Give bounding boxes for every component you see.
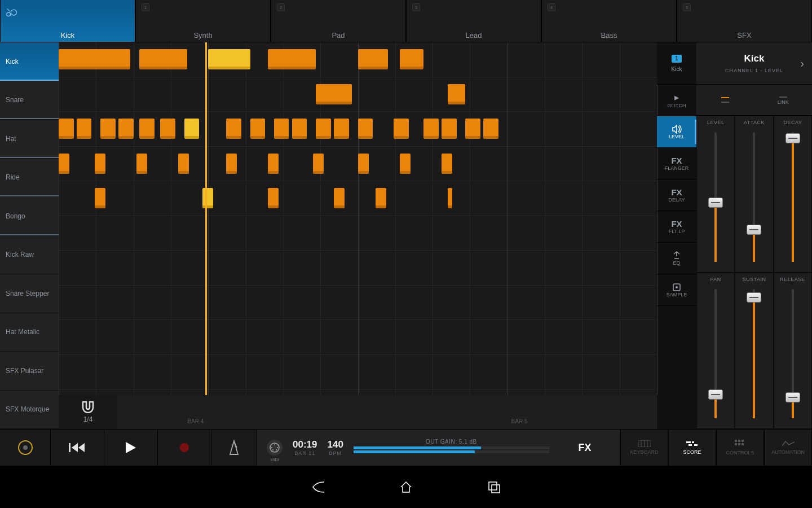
note[interactable] (423, 119, 439, 139)
note[interactable] (226, 154, 237, 174)
track-tab-lead[interactable]: 3 Lead (406, 0, 541, 42)
instrument-sfx-motorque[interactable]: SFX Motorque (0, 391, 59, 430)
track-tab-pad[interactable]: 2 Pad (271, 0, 406, 42)
strip-glitch[interactable]: ▸ GLITCH (657, 85, 696, 116)
app-menu-button[interactable] (0, 430, 51, 466)
metronome-button[interactable] (211, 430, 257, 466)
note[interactable] (358, 49, 388, 69)
note[interactable] (400, 154, 411, 174)
mode-keyboard[interactable]: KEYBOARD (620, 430, 668, 466)
note[interactable] (442, 119, 457, 139)
mode-controls[interactable]: CONTROLS (716, 430, 764, 466)
note[interactable] (59, 154, 69, 174)
strip-sample[interactable]: SAMPLE (657, 274, 696, 306)
note[interactable] (268, 49, 316, 69)
inspector-solo[interactable] (696, 85, 754, 115)
track-tab-sfx[interactable]: 5 SFX (677, 0, 812, 42)
note[interactable] (118, 119, 134, 139)
android-home-icon[interactable] (399, 480, 413, 494)
slider-thumb[interactable] (708, 198, 723, 208)
instrument-snare[interactable]: Snare (0, 81, 59, 120)
rewind-button[interactable] (51, 430, 104, 466)
instrument-ride[interactable]: Ride (0, 159, 59, 198)
inspector-link[interactable]: LINK (754, 85, 813, 115)
timeline[interactable]: BAR 4 BAR 5 (117, 395, 657, 429)
note[interactable] (100, 119, 116, 139)
slider-thumb[interactable] (747, 292, 761, 303)
slider-thumb[interactable] (785, 133, 800, 143)
chevron-right-icon[interactable]: › (800, 57, 804, 70)
android-back-icon[interactable] (311, 480, 325, 494)
note[interactable] (358, 119, 373, 139)
slider-decay[interactable]: DECAY (774, 116, 812, 273)
slider-release[interactable]: RELEASE (774, 273, 812, 430)
note[interactable] (59, 119, 74, 139)
note[interactable] (334, 188, 345, 208)
note[interactable] (59, 49, 130, 69)
note[interactable] (334, 119, 349, 139)
note[interactable] (160, 119, 175, 139)
channel-select[interactable]: 1 Kick (657, 42, 696, 85)
playhead[interactable] (205, 42, 207, 395)
note[interactable] (95, 188, 105, 208)
strip-filter[interactable]: FX FLT LP (657, 211, 696, 243)
note[interactable] (268, 188, 279, 208)
transport-bpm[interactable]: 140 BPM (327, 439, 343, 456)
slider-level[interactable]: LEVEL (696, 116, 735, 273)
mode-score[interactable]: SCORE (668, 430, 716, 466)
note[interactable] (292, 119, 307, 139)
note[interactable] (442, 154, 452, 174)
note[interactable] (136, 154, 147, 174)
strip-delay[interactable]: FX DELAY (657, 179, 696, 211)
note[interactable] (178, 154, 189, 174)
note[interactable] (394, 119, 409, 139)
note[interactable] (208, 49, 250, 69)
note[interactable] (358, 154, 369, 174)
strip-flanger[interactable]: FX FLANGER (657, 148, 696, 179)
slider-thumb[interactable] (708, 389, 723, 400)
instrument-sfx-pulasar[interactable]: SFX Pulasar (0, 352, 59, 391)
fx-button[interactable]: FX (559, 442, 610, 454)
note[interactable] (483, 119, 498, 139)
note[interactable] (250, 119, 266, 139)
note[interactable] (268, 154, 279, 174)
slider-pan[interactable]: PAN (696, 273, 735, 430)
note[interactable] (274, 119, 289, 139)
slider-thumb[interactable] (747, 225, 761, 235)
note[interactable] (448, 188, 452, 208)
mode-automation[interactable]: AUTOMATION (764, 430, 812, 466)
note[interactable] (77, 119, 92, 139)
note[interactable] (376, 188, 386, 208)
instrument-kick-raw[interactable]: Kick Raw (0, 236, 59, 275)
instrument-hat[interactable]: Hat (0, 120, 59, 159)
note[interactable] (465, 119, 480, 139)
note[interactable] (95, 154, 105, 174)
sequencer[interactable]: 1/4 BAR 4 BAR 5 (59, 42, 657, 429)
instrument-hat-metalic[interactable]: Hat Metalic (0, 313, 59, 352)
note[interactable] (226, 119, 241, 139)
instrument-bongo[interactable]: Bongo (0, 197, 59, 236)
strip-level[interactable]: LEVEL (657, 116, 696, 148)
track-tab-bass[interactable]: 4 Bass (541, 0, 677, 42)
slider-sustain[interactable]: SUSTAIN (735, 273, 773, 430)
note[interactable] (316, 84, 352, 104)
track-tab-synth[interactable]: 1 Synth (135, 0, 271, 42)
note[interactable] (316, 119, 331, 139)
instrument-snare-stepper[interactable]: Snare Stepper (0, 274, 59, 313)
record-button[interactable] (158, 430, 211, 466)
track-tab-kick[interactable]: Kick (0, 0, 135, 42)
midi-icon[interactable]: MIDI (267, 440, 283, 456)
slider-attack[interactable]: ATTACK (735, 116, 773, 273)
output-meter[interactable]: OUT GAIN: 5.1 dB (354, 441, 549, 454)
strip-eq[interactable]: EQ (657, 243, 696, 274)
note[interactable] (202, 188, 213, 208)
note[interactable] (139, 49, 187, 69)
note[interactable] (313, 154, 324, 174)
note[interactable] (400, 49, 423, 69)
play-button[interactable] (104, 430, 158, 466)
note[interactable] (184, 119, 200, 139)
quantize-toggle[interactable]: 1/4 (59, 395, 117, 429)
slider-thumb[interactable] (785, 392, 800, 402)
transport-time[interactable]: 00:19 BAR 11 (293, 439, 317, 456)
note[interactable] (139, 119, 155, 139)
